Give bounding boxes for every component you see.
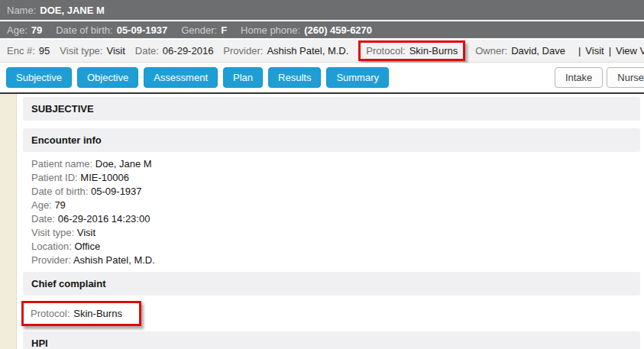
visit-type-pair: Visit type: Visit [60,45,125,57]
enc-number-value: 95 [39,45,50,57]
detail-row-age: Age: 79 [31,199,640,212]
field-label: Date of birth: [31,186,88,197]
tab-results[interactable]: Results [268,67,321,88]
field-value: 06-29-2016 14:23:00 [58,213,150,225]
age-label: Age: [7,24,28,36]
dob-value: 05-09-1937 [117,24,168,36]
section-header-chief-complaint: Chief complaint [23,272,640,296]
link-separator: | [609,45,611,57]
field-value: Doe, Jane M [95,158,152,170]
note-body: SUBJECTIVE Encounter info Patient name: … [17,94,644,349]
tab-assessment[interactable]: Assessment [144,67,218,88]
detail-row-patient-name: Patient name: Doe, Jane M [31,157,640,171]
annotation-box-protocol-body: Protocol: Skin-Burns [21,301,141,326]
left-gutter [0,94,17,349]
tab-summary[interactable]: Summary [326,67,389,88]
enc-number-label: Enc #: [7,45,35,57]
annotation-box-protocol-header: Protocol: Skin-Burns [358,40,465,61]
encounter-bar: Enc #: 95 Visit type: Visit Date: 06-29-… [0,40,644,63]
protocol-label: Protocol: [31,308,70,319]
age-pair: Age: 79 [7,24,42,36]
visit-type-label: Visit type: [60,45,102,57]
provider-value: Ashish Patel, M.D. [267,45,348,57]
enc-date-label: Date: [135,45,159,57]
protocol-value: Skin-Burns [73,308,122,319]
gender-label: Gender: [181,24,217,36]
tab-subjective[interactable]: Subjective [6,67,72,88]
chief-complaint-body: Protocol: Skin-Burns [23,301,640,326]
visit-type-value: Visit [106,45,125,57]
section-header-hpi: HPI [23,331,640,349]
view-visit-link[interactable]: View Visit [616,45,644,57]
patient-name-value: DOE, JANE M [40,5,105,16]
field-value: Ashish Patel, M.D. [73,254,155,266]
right-button-group: Intake Nurse [555,67,644,88]
detail-row-date: Date: 06-29-2016 14:23:00 [31,212,640,226]
field-label: Date: [31,213,55,225]
home-phone-pair: Home phone: (260) 459-6270 [241,24,372,36]
field-value: MIE-10006 [80,172,129,183]
detail-row-visit-type: Visit type: Visit [31,226,640,240]
protocol-value: Skin-Burns [409,45,458,57]
visit-link[interactable]: Visit [585,45,604,57]
enc-date-pair: Date: 06-29-2016 [135,45,214,57]
encounter-info-details: Patient name: Doe, Jane M Patient ID: MI… [23,152,640,272]
link-separator: | [578,45,581,57]
owner-pair: Owner: David, Dave [475,45,565,57]
enc-number-pair: Enc #: 95 [7,45,50,57]
dob-label: Date of birth: [56,24,112,36]
patient-name-bar: Name: DOE, JANE M [0,0,644,21]
note-content-pane: SUBJECTIVE Encounter info Patient name: … [0,92,644,349]
name-label: Name: [7,5,36,16]
owner-label: Owner: [475,45,507,57]
detail-row-provider: Provider: Ashish Patel, M.D. [31,254,640,267]
field-label: Visit type: [31,227,74,238]
demographics-bar: Age: 79 Date of birth: 05-09-1937 Gender… [0,21,644,40]
tab-objective[interactable]: Objective [77,67,138,88]
field-value: Office [74,241,100,252]
provider-pair: Provider: Ashish Patel, M.D. [223,45,348,57]
detail-row-dob: Date of birth: 05-09-1937 [31,185,640,199]
field-value: 05-09-1937 [91,186,142,197]
protocol-label: Protocol: [366,45,405,57]
section-tab-bar: Subjective Objective Assessment Plan Res… [0,63,644,92]
section-header-subjective: SUBJECTIVE [23,97,640,121]
field-label: Location: [31,241,72,252]
nurse-button[interactable]: Nurse [607,67,644,88]
field-label: Patient name: [31,158,92,170]
detail-row-patient-id: Patient ID: MIE-10006 [31,171,640,185]
owner-value: David, Dave [511,45,565,57]
gender-pair: Gender: F [181,24,227,36]
detail-row-location: Location: Office [31,240,640,254]
encounter-links: | Visit | View Visit | [578,45,644,57]
field-label: Age: [31,199,52,211]
gender-value: F [221,24,227,36]
age-value: 79 [31,24,42,36]
provider-label: Provider: [223,45,263,57]
enc-date-value: 06-29-2016 [163,45,214,57]
home-phone-label: Home phone: [241,24,300,36]
tab-plan[interactable]: Plan [223,67,263,88]
section-header-encounter-info: Encounter info [23,128,640,152]
field-value: Visit [77,227,95,238]
field-value: 79 [54,199,65,211]
field-label: Provider: [31,254,71,266]
home-phone-value: (260) 459-6270 [304,24,372,36]
intake-button[interactable]: Intake [555,67,603,88]
field-label: Patient ID: [31,172,78,183]
dob-pair: Date of birth: 05-09-1937 [56,24,167,36]
